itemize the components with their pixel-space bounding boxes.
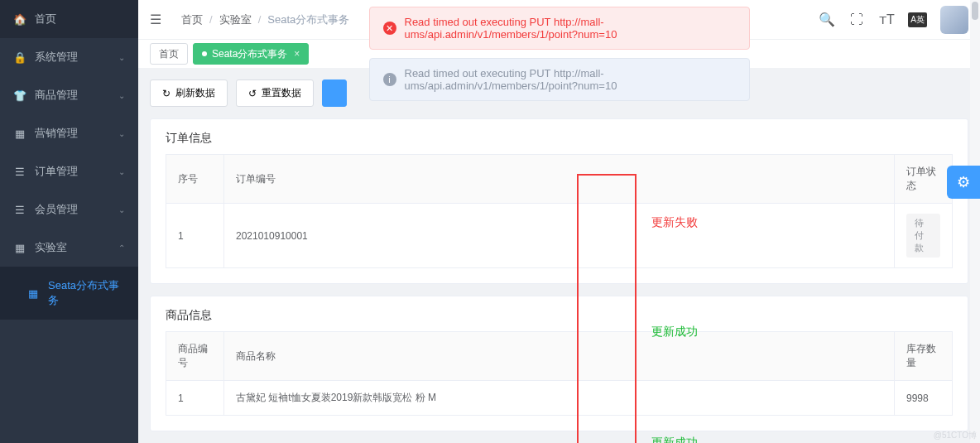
grid-icon: ▦	[26, 287, 40, 300]
info-icon: i	[383, 73, 396, 86]
tab-home[interactable]: 首页	[150, 43, 188, 65]
refresh-button[interactable]: ↻ 刷新数据	[150, 79, 228, 107]
chevron-down-icon: ⌄	[118, 205, 125, 214]
th-seq: 序号	[166, 155, 224, 204]
avatar[interactable]	[940, 6, 968, 34]
sidebar-item-marketing[interactable]: ▦ 营销管理 ⌄	[0, 114, 138, 152]
breadcrumb-home[interactable]: 首页	[181, 12, 203, 27]
section-title-order: 订单信息	[151, 119, 968, 154]
list-icon: ☰	[13, 204, 26, 216]
status-badge: 待付款	[906, 214, 940, 258]
order-table: 序号 订单编号 订单状态 1 2021010910001 待付款	[166, 154, 953, 268]
chevron-up-icon: ⌃	[118, 243, 125, 253]
submit-button[interactable]	[322, 79, 347, 107]
th-goodsid: 商品编号	[166, 332, 224, 381]
shirt-icon: 👕	[13, 89, 26, 102]
sidebar: 🏠 首页 🔒 系统管理 ⌄ 👕 商品管理 ⌄ ▦ 营销管理 ⌄ ☰ 订单管理 ⌄…	[0, 0, 138, 443]
hamburger-icon[interactable]: ☰	[150, 12, 166, 27]
th-stock: 库存数量	[895, 332, 953, 381]
sidebar-item-label: 营销管理	[35, 126, 118, 141]
grid-icon: ▦	[13, 128, 26, 140]
toast-message: Read timed out executing PUT http://mall…	[405, 16, 736, 41]
scrollbar-thumb[interactable]	[972, 2, 978, 20]
breadcrumb-lab[interactable]: 实验室	[219, 12, 252, 27]
sidebar-item-label: 首页	[35, 12, 125, 26]
cell-goodsname: 古黛妃 短袖t恤女夏装2019新款韩版宽松 粉 M	[224, 381, 895, 416]
cell-stock: 9998	[895, 381, 953, 416]
tab-seata[interactable]: Seata分布式事务 ×	[193, 43, 309, 65]
tab-label: 首页	[159, 47, 179, 61]
main: ☰ 首页 / 实验室 / Seata分布式事务 🔍 ⛶ ᴛT A英 首页	[138, 0, 980, 443]
sidebar-item-order[interactable]: ☰ 订单管理 ⌄	[0, 152, 138, 190]
toast-info: i Read timed out executing PUT http://ma…	[369, 58, 750, 101]
gear-icon: ⚙	[957, 173, 970, 191]
reset-label: 重置数据	[262, 86, 301, 100]
chevron-down-icon: ⌄	[118, 129, 125, 138]
breadcrumb-separator: /	[209, 13, 213, 26]
sidebar-item-system[interactable]: 🔒 系统管理 ⌄	[0, 38, 138, 76]
sidebar-item-lab[interactable]: ▦ 实验室 ⌃	[0, 229, 138, 267]
annot-member-success: 更新成功	[651, 436, 698, 443]
cell-orderno: 2021010910001	[224, 204, 895, 268]
sidebar-item-label: 实验室	[35, 240, 118, 255]
chevron-down-icon: ⌄	[118, 167, 125, 176]
refresh-label: 刷新数据	[175, 86, 215, 100]
sidebar-item-goods[interactable]: 👕 商品管理 ⌄	[0, 76, 138, 114]
chevron-down-icon: ⌄	[118, 53, 125, 62]
sidebar-item-label: 商品管理	[35, 88, 118, 103]
home-icon: 🏠	[13, 13, 26, 26]
fullscreen-icon[interactable]: ⛶	[848, 12, 865, 28]
sidebar-item-seata[interactable]: ▦ Seata分布式事务	[0, 267, 138, 320]
breadcrumb: 首页 / 实验室 / Seata分布式事务	[178, 12, 353, 27]
settings-fab[interactable]: ⚙	[947, 166, 980, 199]
table-row: 1 2021010910001 待付款	[166, 204, 953, 268]
refresh-icon: ↻	[162, 88, 171, 99]
breadcrumb-current: Seata分布式事务	[267, 12, 349, 27]
grid-icon: ▦	[13, 242, 26, 254]
table-row: 1 古黛妃 短袖t恤女夏装2019新款韩版宽松 粉 M 9998	[166, 381, 953, 416]
sidebar-item-home[interactable]: 🏠 首页	[0, 0, 138, 38]
cell-status: 待付款	[895, 204, 953, 268]
toast-message: Read timed out executing PUT http://mall…	[405, 67, 736, 92]
lock-icon: 🔒	[13, 51, 26, 64]
sidebar-item-label: 系统管理	[35, 50, 118, 65]
th-orderno: 订单编号	[224, 155, 895, 204]
section-goods: 商品信息 商品编号 商品名称 库存数量 1 古黛妃 短袖t恤女夏装2019新款韩…	[150, 296, 968, 431]
breadcrumb-separator: /	[258, 13, 262, 26]
language-toggle[interactable]: A英	[908, 12, 927, 27]
sidebar-item-label: Seata分布式事务	[48, 278, 125, 308]
reset-button[interactable]: ↺ 重置数据	[236, 79, 314, 107]
close-icon[interactable]: ×	[294, 48, 300, 60]
sidebar-item-label: 订单管理	[35, 164, 118, 179]
chevron-down-icon: ⌄	[118, 91, 125, 100]
sidebar-item-member[interactable]: ☰ 会员管理 ⌄	[0, 190, 138, 229]
cell-seq: 1	[166, 204, 224, 268]
active-dot-icon	[202, 51, 207, 56]
content-area: ↻ 刷新数据 ↺ 重置数据 订单信息 序号 订单编号 订单	[138, 68, 980, 443]
cell-goodsid: 1	[166, 381, 224, 416]
error-icon: ✕	[383, 22, 396, 35]
th-status: 订单状态	[895, 155, 953, 204]
toast-stack: ✕ Read timed out executing PUT http://ma…	[369, 7, 750, 101]
list-icon: ☰	[13, 166, 26, 178]
section-order: 订单信息 序号 订单编号 订单状态 1 2021010910001 待付款	[150, 118, 968, 284]
goods-table: 商品编号 商品名称 库存数量 1 古黛妃 短袖t恤女夏装2019新款韩版宽松 粉…	[166, 331, 953, 416]
reset-icon: ↺	[248, 88, 257, 99]
th-goodsname: 商品名称	[224, 332, 895, 381]
tab-label: Seata分布式事务	[212, 47, 287, 61]
sidebar-item-label: 会员管理	[35, 202, 118, 217]
section-title-goods: 商品信息	[151, 296, 968, 331]
search-icon[interactable]: 🔍	[819, 12, 835, 28]
scrollbar-track[interactable]	[970, 0, 980, 443]
fontsize-icon[interactable]: ᴛT	[878, 12, 895, 28]
watermark: @51CTO博	[934, 430, 977, 441]
toast-error: ✕ Read timed out executing PUT http://ma…	[369, 7, 750, 50]
